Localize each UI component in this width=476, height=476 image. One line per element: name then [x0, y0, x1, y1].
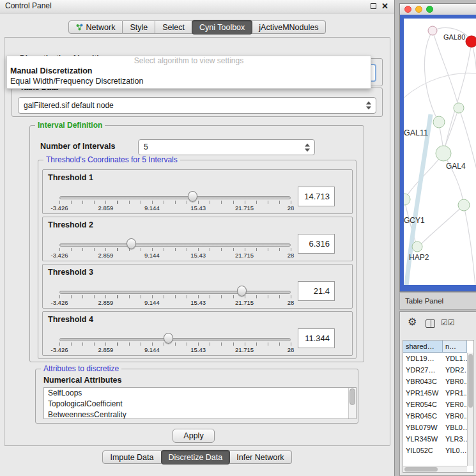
numerical-attributes-label: Numerical Attributes — [43, 376, 121, 385]
network-node[interactable] — [412, 242, 422, 252]
window-title: Control Panel — [5, 0, 52, 12]
zoom-button[interactable] — [426, 6, 433, 13]
float-window-icon[interactable] — [371, 3, 376, 9]
apply-button[interactable]: Apply — [173, 429, 215, 443]
tab-label: Cyni Toolbox — [199, 23, 245, 32]
slider-track[interactable] — [59, 243, 291, 247]
network-graph — [404, 19, 476, 285]
network-edge[interactable] — [464, 205, 475, 285]
table-row[interactable]: YBR043CYBR0… — [403, 376, 467, 387]
network-edge[interactable] — [422, 205, 464, 243]
table-row[interactable]: YIL052CYIL0… — [403, 445, 467, 456]
tab-style[interactable]: Style — [123, 20, 155, 34]
table-row[interactable]: YBR045CYBR0… — [403, 410, 467, 422]
algorithm-option[interactable]: Manual Discretization — [7, 66, 371, 76]
scale-label: 15.43 — [190, 252, 206, 259]
table-panel-window: ⚙ ☑☑ shared…n… YDL19…YDL1…YDR27…YDR2…YBR… — [399, 311, 476, 476]
scrollbar-thumb[interactable] — [404, 467, 438, 472]
threshold-value-box[interactable]: 6.316 — [298, 234, 335, 254]
threshold-label: Threshold 1 — [48, 173, 93, 182]
slider-thumb[interactable] — [164, 333, 173, 344]
slider-track[interactable] — [59, 291, 291, 294]
tab-infer-network[interactable]: Infer Network — [229, 450, 291, 464]
threshold-panel: Threshold 3 -3.4262.8599.14415.4321.7152… — [42, 264, 353, 309]
network-edge[interactable] — [445, 108, 459, 147]
network-node[interactable] — [458, 199, 470, 211]
network-edge[interactable] — [433, 31, 459, 108]
tab-label: Network — [86, 23, 116, 32]
tab-select[interactable]: Select — [155, 20, 192, 34]
number-of-intervals-combo[interactable]: 5 — [138, 139, 315, 155]
threshold-panel: Threshold 2 -3.4262.8599.14415.4321.7152… — [42, 217, 353, 261]
network-node[interactable] — [454, 103, 464, 113]
slider-thumb[interactable] — [127, 238, 136, 249]
table-data-combo[interactable]: galFiltered.sif default node — [18, 97, 376, 114]
scrollbar-thumb[interactable] — [349, 388, 355, 405]
tab-label: Select — [162, 23, 185, 32]
threshold-panel: Threshold 4 -3.4262.8599.14415.4321.7152… — [42, 311, 353, 356]
network-edge[interactable] — [459, 108, 476, 169]
table-cell: YBR045C — [403, 410, 443, 422]
table-horizontal-scrollbar[interactable] — [403, 466, 467, 472]
attribute-list-item[interactable]: TopologicalCoefficient — [44, 399, 356, 410]
columns-icon[interactable] — [426, 319, 435, 328]
attribute-list-item[interactable]: BetweennessCentrality — [44, 410, 356, 419]
minimize-button[interactable] — [415, 6, 422, 13]
node-label: GCY1 — [404, 216, 425, 225]
tab-impute-data[interactable]: Impute Data — [102, 450, 161, 464]
table-row[interactable]: YDL19…YDL1… — [403, 353, 467, 364]
table-vertical-scrollbar[interactable] — [467, 353, 473, 466]
gear-icon[interactable]: ⚙ — [408, 316, 417, 328]
close-icon[interactable]: ✕ — [381, 1, 388, 12]
slider-ticks — [59, 201, 291, 204]
tab-network[interactable]: Network — [68, 20, 123, 34]
number-of-intervals-label: Number of Intervals — [40, 142, 115, 151]
table-header-cell[interactable]: n… — [443, 341, 467, 353]
network-node[interactable] — [428, 26, 437, 35]
scale-label: 9.144 — [144, 204, 160, 211]
slider-track[interactable] — [59, 338, 291, 341]
threshold-label: Threshold 4 — [48, 315, 93, 324]
network-node[interactable] — [433, 116, 445, 128]
node-label: GAL4 — [446, 162, 466, 171]
scale-label: 2.859 — [98, 252, 114, 259]
network-node[interactable] — [436, 146, 451, 161]
scale-label: 15.43 — [190, 204, 206, 211]
scrollbar-thumb[interactable] — [468, 354, 473, 408]
cyni-bottom-tabs: Impute DataDiscretize DataInfer Network — [0, 450, 394, 464]
attribute-list-item[interactable]: SelfLoops — [44, 388, 356, 399]
algorithm-option[interactable]: Equal Width/Frequency Discretization — [7, 76, 371, 86]
network-node[interactable] — [404, 194, 410, 205]
table-cell: YDR27… — [403, 364, 443, 376]
close-button[interactable] — [404, 6, 411, 13]
tab-cyni-toolbox[interactable]: Cyni Toolbox — [192, 20, 252, 35]
node-label: GAL80 — [443, 33, 465, 41]
table-cell: YBR0… — [443, 376, 467, 387]
tab-discretize-data[interactable]: Discretize Data — [161, 450, 231, 464]
scale-label: 2.859 — [98, 204, 114, 211]
table-data-value: galFiltered.sif default node — [24, 101, 114, 110]
attributes-scrollbar[interactable] — [348, 388, 356, 418]
network-edge[interactable] — [404, 73, 476, 98]
table-row[interactable]: YLR345WYLR3… — [403, 433, 467, 445]
network-canvas[interactable]: GAL80GAL11GAL4GCY1HAP2 — [404, 19, 476, 285]
tab-jactivemnodules[interactable]: jActiveMNodules — [252, 20, 326, 34]
network-edge[interactable] — [445, 42, 472, 146]
table-cell: YPR145W — [403, 387, 443, 399]
select-columns-icon[interactable]: ☑☑ — [441, 318, 455, 327]
attributes-group: Attributes to discretize Numerical Attri… — [35, 369, 358, 424]
threshold-value-box[interactable]: 21.4 — [298, 281, 335, 301]
table-row[interactable]: YER054CYER0… — [403, 399, 467, 410]
network-node[interactable] — [466, 36, 476, 47]
table-header-cell[interactable]: shared… — [403, 341, 443, 353]
scale-label: -3.426 — [51, 299, 68, 306]
threshold-value-box[interactable]: 14.713 — [298, 187, 335, 206]
table-row[interactable]: YBL079WYBL0… — [403, 422, 467, 433]
table-row[interactable]: YPR145WYPR1… — [403, 387, 467, 399]
threshold-value-box[interactable]: 11.344 — [298, 328, 335, 348]
slider-track[interactable] — [59, 196, 291, 199]
node-label: HAP2 — [409, 253, 429, 262]
table-cell: YDL1… — [443, 353, 467, 364]
table-row[interactable]: YDR27…YDR2… — [403, 364, 467, 376]
table-data-group: Table Data galFiltered.sif default node — [12, 88, 383, 117]
